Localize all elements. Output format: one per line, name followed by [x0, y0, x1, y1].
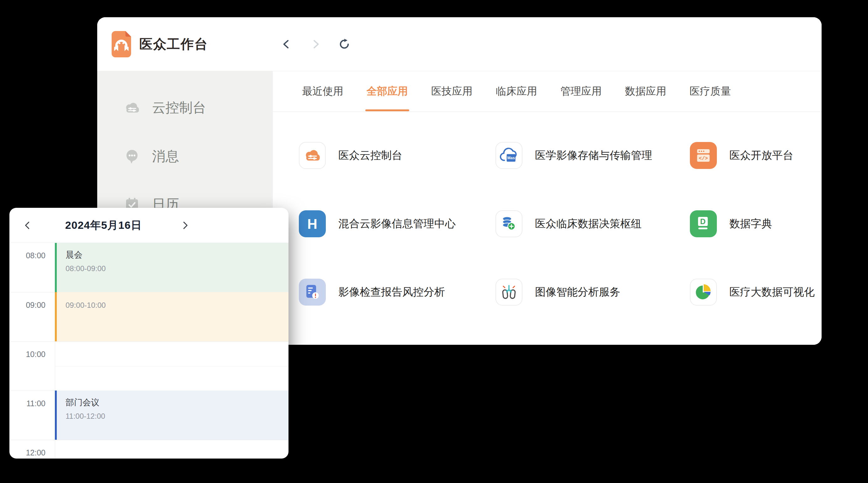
app-item-2[interactable]: Mas 医学影像存储与传输管理 [495, 142, 652, 169]
browser-nav [280, 17, 351, 71]
cloud-mas-icon: Mas [495, 142, 522, 169]
half-hour-line [55, 366, 288, 366]
message-icon [124, 148, 140, 165]
app-item-label: 医众开放平台 [730, 148, 794, 163]
app-item-1[interactable]: 医众云控制台 [299, 142, 402, 169]
tab-6[interactable]: 数据应用 [625, 71, 666, 111]
calendar-event-3[interactable]: 部门会议 11:00-12:00 [55, 390, 288, 440]
letter-h-icon: H [299, 210, 326, 237]
event-title: 晨会 [66, 249, 288, 260]
calendar-date: 2024年5月16日 [44, 208, 163, 243]
lungs-icon [495, 279, 522, 305]
calendar-event-1[interactable]: 晨会 08:00-09:00 [55, 243, 288, 292]
cloud-sliders-icon [299, 142, 326, 169]
cloud-console-icon [124, 100, 140, 116]
app-item-7[interactable]: 影像检查报告风控分析 [299, 279, 445, 305]
calendar-event-2[interactable]: 09:00-10:00 [55, 292, 288, 341]
calendar-day-grid: 08:00 09:00 10:00 11:00 12:00 晨会 08:00-0… [9, 243, 288, 458]
app-item-label: 图像智能分析服务 [535, 285, 620, 299]
app-item-5[interactable]: 医众临床数据决策枢纽 [495, 210, 642, 237]
app-item-label: 医疗大数据可视化 [730, 285, 815, 299]
app-grid: 医众云控制台 Mas 医学影像存储与传输管理 </> 医众开放平台 H 混合云影… [273, 112, 822, 345]
svg-text:D: D [700, 217, 706, 226]
app-item-3[interactable]: </> 医众开放平台 [690, 142, 794, 169]
event-time: 11:00-12:00 [66, 412, 288, 421]
hour-row-12:00: 12:00 [9, 440, 288, 458]
app-item-label: 医众临床数据决策枢纽 [535, 217, 642, 231]
window-title: 医众工作台 [139, 17, 208, 71]
code-window-icon: </> [690, 142, 717, 169]
app-item-8[interactable]: 图像智能分析服务 [495, 279, 620, 305]
calendar-panel: 2024年5月16日 08:00 09:00 10:00 11:00 12:00… [9, 208, 288, 458]
tab-4[interactable]: 临床应用 [496, 71, 537, 111]
calendar-prev-day-button[interactable] [18, 208, 37, 243]
app-item-label: 医学影像存储与传输管理 [535, 148, 652, 163]
svg-text:H: H [307, 216, 317, 232]
pie-chart-icon [690, 279, 717, 305]
back-button[interactable] [280, 37, 293, 51]
dictionary-icon: D [690, 210, 717, 237]
hour-label: 10:00 [9, 350, 45, 359]
hour-label: 09:00 [9, 300, 45, 310]
tab-3[interactable]: 医技应用 [431, 71, 472, 111]
app-item-9[interactable]: 医疗大数据可视化 [690, 279, 815, 305]
app-item-4[interactable]: H 混合云影像信息管理中心 [299, 210, 456, 237]
event-title: 部门会议 [66, 397, 288, 408]
content-area: 最近使用全部应用医技应用临床应用管理应用数据应用医疗质量 医众云控制台 Mas … [273, 71, 822, 345]
svg-text:</>: </> [699, 156, 708, 161]
tab-7[interactable]: 医疗质量 [689, 71, 731, 111]
hour-label: 12:00 [9, 448, 45, 457]
refresh-button[interactable] [337, 37, 351, 51]
hour-label: 11:00 [9, 399, 45, 408]
tab-1[interactable]: 最近使用 [302, 71, 343, 111]
calendar-header: 2024年5月16日 [9, 208, 288, 243]
database-plus-icon [495, 210, 522, 237]
app-item-label: 混合云影像信息管理中心 [338, 217, 456, 231]
event-time: 08:00-09:00 [66, 264, 288, 273]
sidebar-item-label: 消息 [152, 147, 179, 165]
hour-label: 08:00 [9, 251, 45, 260]
hour-row-10:00: 10:00 [9, 341, 288, 390]
app-item-label: 数据字典 [730, 217, 772, 231]
app-item-6[interactable]: D 数据字典 [690, 210, 772, 237]
tab-5[interactable]: 管理应用 [560, 71, 602, 111]
calendar-next-day-button[interactable] [176, 208, 194, 243]
window-header: 医众工作台 [97, 17, 822, 71]
app-item-label: 医众云控制台 [338, 148, 402, 163]
sidebar-item-2[interactable]: 消息 [124, 148, 179, 165]
event-time: 09:00-10:00 [66, 301, 288, 310]
tab-2[interactable]: 全部应用 [367, 71, 408, 111]
app-logo-icon [112, 31, 131, 57]
tab-bar: 最近使用全部应用医技应用临床应用管理应用数据应用医疗质量 [273, 71, 822, 112]
report-risk-icon [299, 279, 326, 305]
sidebar-item-1[interactable]: 云控制台 [124, 99, 206, 116]
forward-button[interactable] [309, 37, 322, 51]
sidebar-item-label: 云控制台 [152, 99, 206, 117]
app-item-label: 影像检查报告风控分析 [338, 285, 445, 299]
svg-text:Mas: Mas [507, 156, 515, 160]
